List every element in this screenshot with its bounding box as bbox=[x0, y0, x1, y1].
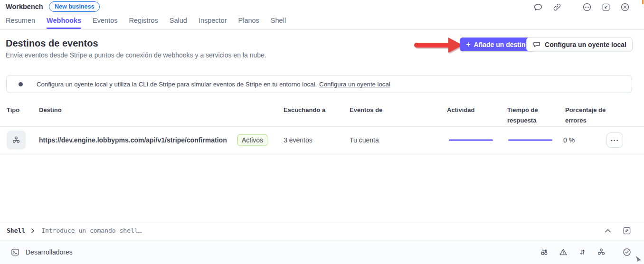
destination-url[interactable]: https://dev.engine.lobbypms.com/api/v1/s… bbox=[39, 136, 227, 144]
local-listener-banner: Configura un oyente local y utiliza la C… bbox=[6, 75, 632, 93]
screenshot-artifact bbox=[642, 0, 644, 4]
col-header-destino: Destino bbox=[39, 105, 62, 115]
feedback-chat-icon[interactable] bbox=[533, 2, 543, 12]
col-header-tipo: Tipo bbox=[7, 105, 19, 115]
configure-local-listener-label: Configura un oyente local bbox=[545, 41, 626, 48]
response-time-sparkline bbox=[508, 139, 552, 141]
add-destination-label: Añade un destino bbox=[474, 41, 530, 48]
webhook-icon bbox=[11, 135, 21, 145]
col-header-escuchando: Escuchando a bbox=[284, 105, 325, 115]
events-from-value: Tu cuenta bbox=[350, 136, 379, 144]
tab-shell[interactable]: Shell bbox=[271, 17, 286, 29]
footer-icons bbox=[540, 247, 632, 257]
workbench-app: Workbench New business Resumen Webhooks … bbox=[0, 0, 644, 264]
developers-label[interactable]: Desarrolladores bbox=[26, 248, 73, 256]
row-overflow-menu-button[interactable]: ··· bbox=[606, 132, 623, 148]
inspector-binoculars-icon[interactable] bbox=[540, 247, 549, 257]
workbench-tabs: Resumen Webhooks Eventos Registros Salud… bbox=[6, 17, 286, 29]
shell-bar: Shell bbox=[0, 221, 644, 240]
page-title: Destinos de eventos bbox=[6, 38, 98, 49]
webhook-table-row[interactable]: https://dev.engine.lobbypms.com/api/v1/s… bbox=[0, 126, 644, 153]
new-business-badge[interactable]: New business bbox=[49, 1, 100, 12]
tab-registros[interactable]: Registros bbox=[129, 17, 158, 29]
tab-webhooks[interactable]: Webhooks bbox=[47, 17, 81, 29]
developers-footer: Desarrolladores bbox=[0, 240, 644, 264]
red-annotation-arrow bbox=[414, 38, 464, 53]
mouse-cursor bbox=[635, 255, 642, 262]
tab-planos[interactable]: Planos bbox=[238, 17, 259, 29]
configure-local-listener-button[interactable]: Configura un oyente local bbox=[526, 38, 633, 51]
col-header-eventos-de: Eventos de bbox=[350, 105, 382, 115]
bullet-dot-icon bbox=[19, 82, 23, 86]
banner-link[interactable]: Configura un oyente local bbox=[319, 81, 390, 88]
topbar-actions bbox=[533, 2, 630, 12]
warning-triangle-icon[interactable] bbox=[559, 247, 568, 257]
app-title: Workbench bbox=[6, 3, 43, 10]
destination-type-badge bbox=[7, 131, 26, 150]
shell-controls bbox=[603, 226, 632, 236]
webhooks-footer-icon[interactable] bbox=[597, 247, 606, 257]
tab-salud[interactable]: Salud bbox=[170, 17, 187, 29]
tab-resumen[interactable]: Resumen bbox=[6, 17, 35, 29]
terminal-icon[interactable] bbox=[10, 247, 20, 257]
chevron-right-icon bbox=[29, 227, 36, 234]
tabs-divider bbox=[0, 29, 644, 30]
more-options-icon[interactable] bbox=[582, 2, 592, 12]
shell-label: Shell bbox=[7, 227, 25, 234]
copy-link-icon[interactable] bbox=[552, 2, 562, 12]
shell-command-input[interactable] bbox=[41, 227, 603, 234]
plus-icon: + bbox=[466, 41, 470, 48]
close-icon[interactable] bbox=[620, 2, 630, 12]
chevron-up-icon[interactable] bbox=[603, 226, 613, 236]
banner-message: Configura un oyente local y utiliza la C… bbox=[37, 81, 317, 88]
activity-sparkline bbox=[449, 139, 493, 141]
col-header-porcentaje-errores: Porcentaje de errores bbox=[565, 105, 606, 126]
collapse-window-icon[interactable] bbox=[601, 2, 611, 12]
page-subtitle: Envía eventos desde Stripe a puntos de c… bbox=[6, 51, 266, 59]
tab-inspector[interactable]: Inspector bbox=[199, 17, 227, 29]
tab-eventos[interactable]: Eventos bbox=[93, 17, 117, 29]
col-header-tiempo-respuesta: Tiempo de respuesta bbox=[507, 105, 546, 126]
requests-updown-icon[interactable] bbox=[578, 247, 587, 257]
col-header-actividad: Actividad bbox=[447, 105, 475, 115]
status-badge: Activos bbox=[237, 134, 267, 146]
error-rate-value: 0 % bbox=[563, 136, 575, 144]
listening-to-value: 3 eventos bbox=[284, 136, 313, 144]
add-destination-button[interactable]: + Añade un destino bbox=[460, 38, 536, 51]
speech-bubble-icon bbox=[532, 40, 541, 49]
expand-shell-icon[interactable] bbox=[622, 226, 632, 236]
status-check-circle-icon[interactable] bbox=[622, 247, 632, 257]
